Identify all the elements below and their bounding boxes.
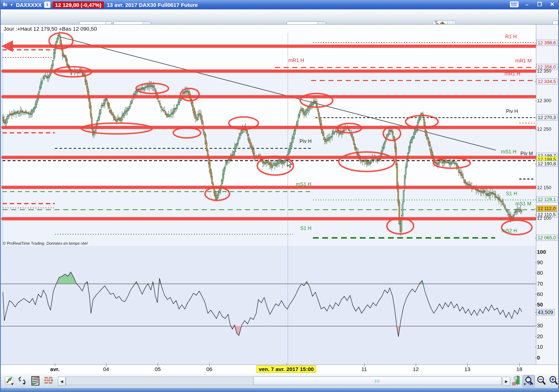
time-axis-label: 04	[103, 366, 109, 372]
window-title: 13 avr. 2017 DAX30 Full0617 Future	[107, 2, 198, 8]
indicator-axis-label: 30	[537, 322, 543, 328]
price-axis-label: 12 150	[537, 185, 551, 190]
price-axis-label: 12 398,6	[536, 40, 558, 46]
indicator-axis-label: 20	[537, 333, 543, 339]
indicator-axis-label: 60	[537, 291, 543, 297]
day-high-low-info: Jour :+Haut 12 179,50 +Bas 12 090,50	[4, 26, 97, 32]
indicator-axis-label: 90	[537, 259, 543, 265]
minimize-button[interactable]: –	[522, 0, 532, 8]
indicator-axis-label: 70	[537, 280, 543, 287]
bricks-icon[interactable]	[43, 375, 54, 386]
price-change-badge: 12 129,00 (-0,47%)	[53, 1, 104, 8]
symbol-name[interactable]: DAXXXXX	[16, 2, 42, 8]
time-axis-label: 18	[516, 366, 523, 372]
trading-window: ▼ DAXXXXX i 12 129,00 (-0,47%) 13 avr. 2…	[0, 0, 559, 392]
time-axis-label: 11	[361, 366, 367, 372]
draw-tools-icon[interactable]	[4, 375, 15, 386]
price-chart-canvas[interactable]	[1, 25, 536, 246]
indicator-chart-canvas[interactable]	[1, 246, 536, 365]
price-axis-label: 12 300	[537, 98, 551, 103]
price-axis-label: 12 270,3	[536, 114, 558, 121]
indicator-axis-label: 80	[537, 270, 543, 276]
bottom-toolbar: ◀ ▶	[1, 374, 559, 388]
keyboard-icon[interactable]	[510, 0, 519, 8]
time-axis-label: 06	[206, 366, 213, 372]
indicator-axis-label: 10	[537, 344, 543, 350]
scroll-left-button[interactable]: ◀	[58, 376, 66, 386]
time-axis-label: 13	[464, 366, 471, 372]
chart-toolbar: 10 ▲▼ (x) jours ▼ 15 minutes ▼ ▼	[1, 9, 558, 25]
scrollbar-thumb[interactable]	[253, 376, 502, 385]
price-axis[interactable]: 12 398,612 356,012 35012 334,512 30012 2…	[536, 25, 559, 365]
price-axis-label: 12 250	[537, 126, 551, 132]
indicator-axis-label: 100	[537, 249, 546, 255]
news-icon[interactable]	[30, 375, 41, 386]
symbol-dropdown-icon[interactable]: ▼	[10, 3, 13, 7]
time-axis-label: avr.	[50, 366, 60, 372]
title-bar[interactable]: ▼ DAXXXXX i 12 129,00 (-0,47%) 13 avr. 2…	[1, 0, 558, 9]
time-axis[interactable]: avr.040506ven. 7 avr. 2017 15:0011121318	[1, 365, 559, 374]
time-axis-label: 12	[413, 366, 419, 372]
zoom-in-icon[interactable]	[548, 375, 559, 387]
chart-area: Jour :+Haut 12 179,50 +Bas 12 090,50 © P…	[1, 24, 559, 365]
window-bottom-border	[1, 388, 559, 392]
maximize-button[interactable]: ❒	[535, 0, 544, 8]
price-axis-label: 12 129,1	[536, 196, 558, 202]
info-icon[interactable]: i	[44, 1, 51, 8]
zoom-selection-icon[interactable]	[523, 375, 535, 387]
price-axis-label: 12 112,0	[536, 205, 557, 212]
copyright-label: © ProRealTime TradingDonnées en temps ré…	[3, 241, 87, 245]
scroll-right-button[interactable]: ▶	[502, 376, 510, 386]
price-axis-label: 12 334,5	[536, 78, 558, 84]
price-axis-label: 12 190,8	[536, 161, 558, 167]
price-axis-label: 12 100	[537, 215, 551, 221]
cursor-date-label: ven. 7 avr. 2017 15:00	[257, 365, 316, 373]
indicator-axis-label: 50	[537, 301, 543, 308]
link-tool-icon[interactable]	[17, 375, 28, 386]
indicator-axis-label: 43,509	[536, 309, 555, 315]
zoom-out-icon[interactable]	[536, 375, 547, 387]
close-button[interactable]: ✕	[547, 0, 557, 8]
chart-settings-icon[interactable]	[510, 375, 522, 387]
indicator-axis-label: 0	[537, 354, 540, 361]
price-axis-label: 12 065,0	[536, 235, 558, 241]
time-axis-label: 05	[155, 366, 161, 372]
price-axis-label: 12 350	[537, 68, 551, 74]
candlestick-icon	[2, 2, 8, 8]
